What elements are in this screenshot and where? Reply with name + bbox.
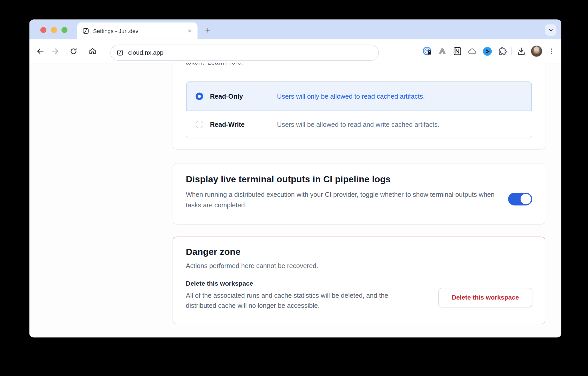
toggle-knob (521, 194, 531, 205)
radio-label: Read-Only (210, 92, 277, 100)
access-mode-radio-group: Read-Only Users will only be allowed to … (186, 81, 532, 138)
terminal-outputs-toggle[interactable] (508, 193, 532, 205)
delete-workspace-heading: Delete this workspace (186, 280, 532, 287)
learn-more-link[interactable]: Learn more (207, 63, 241, 66)
tab-settings[interactable]: Settings - Juri.dev × (77, 22, 197, 39)
danger-zone-card: Danger zone Actions performed here canno… (173, 237, 545, 324)
settings-page: token? Learn more. Read-Only Users will … (29, 63, 561, 337)
screenshot-stage: Settings - Juri.dev × (0, 0, 588, 376)
reload-button[interactable] (66, 44, 81, 58)
forward-button[interactable] (48, 44, 62, 58)
tab-close-icon[interactable]: × (185, 26, 195, 36)
close-window-button[interactable] (40, 27, 46, 33)
downloads-button[interactable] (514, 44, 529, 59)
radio-option-read-only[interactable]: Read-Only Users will only be allowed to … (186, 82, 532, 111)
onepassword-extension-icon[interactable] (420, 44, 435, 59)
profile-avatar[interactable] (529, 44, 544, 59)
radio-description: Users will only be allowed to read cache… (277, 92, 425, 100)
token-help-text: token? Learn more. (186, 63, 243, 66)
tab-title: Settings - Juri.dev (93, 28, 185, 34)
extensions-puzzle-icon[interactable] (495, 44, 510, 59)
terminal-card-description: When running a distributed execution wit… (186, 189, 510, 210)
radio-unselected-icon[interactable] (196, 121, 203, 128)
delete-workspace-button[interactable]: Delete this workspace (438, 288, 532, 307)
forward-arrow-icon (50, 47, 59, 55)
plus-icon (204, 27, 211, 33)
back-arrow-icon (36, 47, 45, 55)
browser-toolbar: cloud.nx.app (29, 39, 561, 63)
radio-description: Users will be allowed to read and write … (277, 121, 439, 128)
reload-icon (69, 47, 78, 55)
home-button[interactable] (85, 44, 99, 58)
radio-option-read-write[interactable]: Read-Write Users will be allowed to read… (186, 111, 532, 138)
download-icon (516, 46, 526, 56)
new-tab-button[interactable] (202, 25, 213, 35)
address-bar[interactable]: cloud.nx.app (110, 45, 379, 61)
tab-search-button[interactable] (545, 24, 556, 36)
tab-strip: Settings - Juri.dev × (29, 19, 561, 39)
back-button[interactable] (33, 44, 47, 58)
radio-selected-icon[interactable] (196, 93, 203, 100)
token-help-suffix: . (241, 63, 243, 66)
terminal-outputs-card: Display live terminal outputs in CI pipe… (173, 163, 545, 224)
nx-cloud-favicon (83, 28, 89, 34)
extensions-row: IQ (420, 39, 561, 63)
browser-window: Settings - Juri.dev × (29, 19, 561, 337)
danger-zone-title: Danger zone (186, 247, 532, 257)
play-iq-extension-icon[interactable]: IQ (480, 44, 495, 59)
notion-extension-icon[interactable] (450, 44, 465, 59)
site-favicon (117, 50, 123, 56)
terminal-card-title: Display live terminal outputs in CI pipe… (186, 174, 532, 185)
toolbar-separator (512, 47, 512, 55)
kebab-menu-icon (547, 47, 555, 55)
url-text: cloud.nx.app (128, 49, 164, 56)
cloud-extension-icon[interactable] (465, 44, 480, 59)
browser-menu-button[interactable] (544, 44, 559, 59)
danger-zone-subtitle: Actions performed here cannot be recover… (186, 261, 532, 271)
mountain-extension-icon[interactable] (435, 44, 450, 59)
token-help-prefix: token? (186, 63, 207, 66)
minimize-window-button[interactable] (51, 27, 57, 33)
radio-label: Read-Write (210, 121, 277, 128)
home-icon (88, 47, 97, 55)
avatar (531, 45, 542, 57)
fullscreen-window-button[interactable] (61, 27, 67, 33)
svg-text:IQ: IQ (486, 50, 488, 52)
chevron-down-icon (547, 27, 554, 33)
access-control-card: token? Learn more. Read-Only Users will … (173, 63, 545, 150)
delete-workspace-description: All of the associated runs and cache sta… (186, 291, 420, 311)
